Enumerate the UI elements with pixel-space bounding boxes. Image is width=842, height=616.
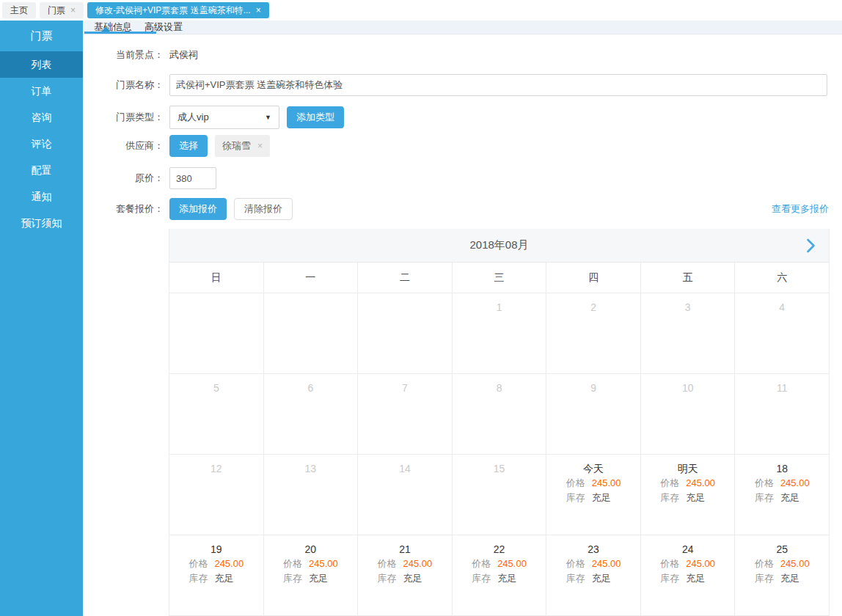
add-quote-button[interactable]: 添加报价 (169, 198, 227, 220)
sidebar-item-orders[interactable]: 订单 (0, 78, 83, 104)
chevron-right-icon (806, 238, 816, 253)
top-tab-home-label: 主页 (10, 4, 28, 17)
stock-line: 库存充足 (283, 571, 338, 586)
top-tab-bar: 主页 门票 × 修改-武侯祠+VIP票套票 送盖碗茶和特... × (0, 0, 842, 21)
calendar-day-cell[interactable]: 明天价格245.00库存充足 (641, 455, 736, 535)
price-value: 245.00 (309, 558, 338, 569)
calendar-day-cell[interactable]: 12 (169, 455, 264, 535)
sidebar-item-comments[interactable]: 评论 (0, 131, 83, 157)
day-number (264, 300, 358, 315)
calendar-day-cell[interactable]: 25价格245.00库存充足 (735, 535, 829, 615)
calendar-day-cell[interactable]: 11 (735, 374, 829, 454)
day-number: 2 (546, 300, 640, 315)
scenic-label: 当前景点： (83, 48, 164, 62)
calendar-day-cell[interactable]: 18价格245.00库存充足 (735, 455, 829, 535)
scenic-value: 武侯祠 (169, 48, 198, 62)
day-number: 23 (546, 542, 640, 557)
calendar-day-cell[interactable]: 15 (453, 455, 547, 535)
day-number: 15 (453, 461, 546, 476)
calendar-day-cell[interactable] (358, 293, 453, 373)
calendar-day-cell[interactable]: 10 (641, 374, 736, 454)
day-price-stock-info: 价格245.00库存充足 (283, 557, 338, 586)
tab-advanced-settings[interactable]: 高级设置 (144, 21, 183, 34)
sidebar-item-config[interactable]: 配置 (0, 157, 83, 183)
calendar-month-title: 2018年08月 (469, 238, 528, 252)
stock-label: 库存 (378, 573, 397, 584)
sidebar-item-list[interactable]: 列表 (0, 51, 83, 78)
calendar-day-cell[interactable]: 今天价格245.00库存充足 (546, 455, 641, 535)
calendar-day-cell[interactable]: 7 (358, 374, 453, 454)
calendar-day-cell[interactable]: 9 (546, 374, 641, 454)
ticket-type-selected-value: 成人vip (177, 111, 209, 124)
ticket-type-label: 门票类型： (83, 111, 164, 124)
package-quote-label: 套餐报价： (83, 202, 164, 216)
calendar-week-row: 19价格245.00库存充足20价格245.00库存充足21价格245.00库存… (169, 535, 829, 616)
calendar-day-cell[interactable]: 5 (169, 374, 264, 454)
price-value: 245.00 (592, 477, 621, 488)
sidebar: 门票 列表 订单 咨询 评论 配置 通知 预订须知 (0, 21, 83, 616)
stock-label: 库存 (660, 573, 679, 584)
calendar-day-cell[interactable]: 2 (546, 293, 641, 373)
price-label: 价格 (755, 558, 774, 569)
close-icon[interactable]: × (70, 6, 76, 15)
view-more-quotes-link[interactable]: 查看更多报价 (772, 202, 829, 216)
calendar-day-cell[interactable]: 24价格245.00库存充足 (641, 535, 736, 615)
calendar-week-row: 1234 (169, 293, 829, 374)
weekday-header: 三 (453, 263, 547, 293)
top-tab-home[interactable]: 主页 (2, 2, 36, 18)
calendar-day-cell[interactable]: 20价格245.00库存充足 (264, 535, 359, 615)
stock-label: 库存 (283, 573, 302, 584)
weekday-header: 五 (641, 263, 736, 293)
day-number: 24 (641, 542, 735, 557)
day-number: 19 (169, 542, 263, 557)
top-tab-edit-ticket-label: 修改-武侯祠+VIP票套票 送盖碗茶和特... (95, 4, 251, 17)
calendar-day-cell[interactable]: 21价格245.00库存充足 (358, 535, 453, 615)
select-supplier-button[interactable]: 选择 (169, 135, 208, 157)
top-tab-tickets[interactable]: 门票 × (40, 2, 84, 18)
sidebar-item-consult[interactable]: 咨询 (0, 104, 83, 131)
supplier-tag: 徐瑞雪 × (215, 135, 270, 157)
calendar-day-cell[interactable] (169, 293, 264, 373)
top-tab-edit-ticket[interactable]: 修改-武侯祠+VIP票套票 送盖碗茶和特... × (87, 2, 269, 18)
price-line: 价格245.00 (378, 557, 433, 571)
day-number (358, 300, 452, 315)
tab-basic-info[interactable]: 基础信息 (94, 21, 132, 34)
day-price-stock-info: 价格245.00库存充足 (660, 557, 715, 586)
stock-value: 充足 (592, 492, 611, 503)
price-value: 245.00 (403, 558, 433, 569)
price-label: 价格 (378, 558, 397, 569)
price-line: 价格245.00 (566, 557, 621, 571)
calendar-day-cell[interactable]: 8 (453, 374, 547, 454)
original-price-label: 原价： (83, 172, 164, 185)
sidebar-item-booking-notes[interactable]: 预订须知 (0, 210, 83, 236)
stock-value: 充足 (214, 573, 233, 584)
ticket-name-input[interactable] (169, 74, 827, 96)
calendar-day-cell[interactable]: 6 (264, 374, 359, 454)
clear-quote-button[interactable]: 清除报价 (234, 198, 293, 220)
page: 主页 门票 × 修改-武侯祠+VIP票套票 送盖碗茶和特... × 门票 列表 … (0, 0, 842, 616)
day-number: 21 (358, 542, 452, 557)
calendar-day-cell[interactable]: 22价格245.00库存充足 (453, 535, 547, 615)
price-label: 价格 (566, 558, 585, 569)
calendar-day-cell[interactable]: 1 (453, 293, 547, 373)
day-number: 5 (169, 381, 263, 395)
calendar-day-cell[interactable]: 4 (735, 293, 829, 373)
original-price-input[interactable] (169, 167, 216, 189)
calendar-day-cell[interactable]: 14 (358, 455, 453, 535)
stock-value: 充足 (780, 573, 799, 584)
day-number: 4 (735, 300, 829, 315)
calendar-day-cell[interactable]: 23价格245.00库存充足 (546, 535, 641, 615)
calendar-day-cell[interactable]: 19价格245.00库存充足 (169, 535, 264, 615)
next-month-button[interactable] (806, 238, 816, 253)
price-label: 价格 (660, 477, 679, 488)
stock-label: 库存 (472, 573, 491, 584)
remove-supplier-icon[interactable]: × (257, 141, 263, 151)
add-type-button[interactable]: 添加类型 (287, 106, 344, 128)
calendar-day-cell[interactable] (264, 293, 359, 373)
calendar-weekday-row: 日一二三四五六 (169, 263, 829, 293)
calendar-day-cell[interactable]: 13 (264, 455, 359, 535)
calendar-day-cell[interactable]: 3 (641, 293, 736, 373)
ticket-type-select[interactable]: 成人vip ▼ (169, 106, 279, 129)
sidebar-item-notify[interactable]: 通知 (0, 183, 83, 210)
close-icon[interactable]: × (256, 6, 261, 15)
